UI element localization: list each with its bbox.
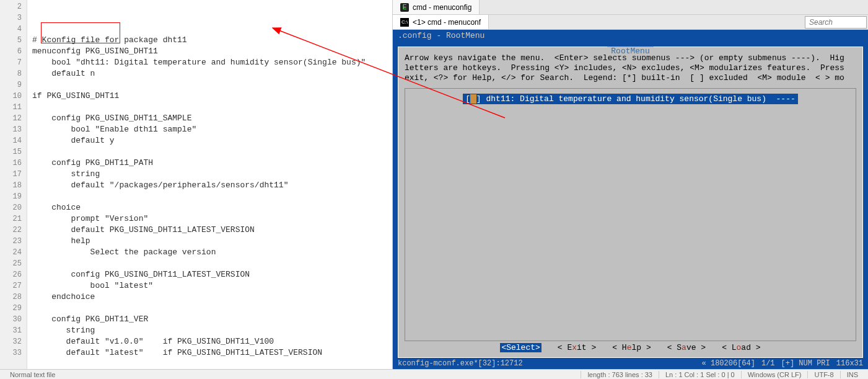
tab-bar: E cmd - menuconfig C:\ <1> cmd - menucon… bbox=[393, 0, 868, 30]
button-row: <Select> < Exit > < Help > < Save > < Lo… bbox=[398, 343, 862, 352]
line-number-gutter: 2345678910111213141516171819202122232425… bbox=[0, 0, 27, 369]
terminal-status-bar: kconfig-mconf.exe*[32]:12712 « 180206[64… bbox=[393, 358, 868, 369]
code-area[interactable]: # Kconfig file for package dht11menuconf… bbox=[27, 0, 392, 369]
editor-status-bar: Normal text file length : 763 lines : 33… bbox=[0, 369, 868, 379]
code-line[interactable] bbox=[32, 303, 392, 314]
terminal-pane: E cmd - menuconfig C:\ <1> cmd - menucon… bbox=[393, 0, 868, 369]
code-line[interactable] bbox=[32, 102, 392, 113]
eol-type: Windows (CR LF) bbox=[741, 371, 808, 378]
tab-label: cmd - menuconfig bbox=[413, 3, 471, 12]
code-line[interactable]: prompt "Version" bbox=[32, 213, 392, 225]
root-menu-box: RootMenu Arrow keys navigate the menu. <… bbox=[398, 47, 863, 358]
build-info: « 180206[64] bbox=[702, 359, 755, 368]
code-line[interactable] bbox=[32, 79, 392, 91]
code-line[interactable]: bool "Enable dth11 sample" bbox=[32, 124, 392, 135]
exit-button[interactable]: < Exit > bbox=[558, 343, 596, 352]
insert-mode: INS bbox=[840, 371, 864, 378]
search-input[interactable] bbox=[805, 16, 867, 29]
cmd-icon: C:\ bbox=[400, 18, 409, 27]
load-button[interactable]: < Load > bbox=[722, 343, 760, 352]
help-button[interactable]: < Help > bbox=[612, 343, 651, 352]
help-text: Arrow keys navigate the menu. <Enter> se… bbox=[405, 51, 856, 88]
code-line[interactable]: endchoice bbox=[32, 292, 392, 303]
code-line[interactable]: # Kconfig file for package dht11 bbox=[32, 35, 392, 46]
menuconfig-frame: RootMenu Arrow keys navigate the menu. <… bbox=[393, 42, 868, 358]
select-button[interactable]: <Select> bbox=[500, 343, 541, 352]
root-menu-title: RootMenu bbox=[398, 47, 862, 56]
code-line[interactable] bbox=[32, 258, 392, 269]
filetype: Normal text file bbox=[4, 371, 61, 378]
term-size: 116x31 bbox=[836, 359, 863, 368]
code-line[interactable]: bool "dht11: Digital temperature and hum… bbox=[32, 57, 392, 68]
code-line[interactable]: config PKG_DHT11_VER bbox=[32, 314, 392, 325]
cursor-pos: Ln : 1 Col : 1 Sel : 0 | 0 bbox=[659, 371, 741, 378]
code-line[interactable]: config PKG_USING_DHT11_LATEST_VERSION bbox=[32, 269, 392, 280]
menu-item-dht11[interactable]: [ ] dht11: Digital temperature and humid… bbox=[463, 94, 798, 104]
config-path: .config - RootMenu bbox=[393, 30, 868, 42]
code-line[interactable]: default PKG_USING_DHT11_LATEST_VERSION bbox=[32, 225, 392, 236]
menu-items-box: [ ] dht11: Digital temperature and humid… bbox=[405, 88, 856, 341]
code-line[interactable]: config PKG_USING_DHT11_SAMPLE bbox=[32, 113, 392, 124]
code-line[interactable]: Select the package version bbox=[32, 247, 392, 258]
code-line[interactable] bbox=[32, 359, 392, 370]
code-editor-pane: 2345678910111213141516171819202122232425… bbox=[0, 0, 393, 369]
process-info: kconfig-mconf.exe*[32]:12712 bbox=[398, 359, 523, 368]
encoding: UTF-8 bbox=[807, 371, 840, 378]
code-line[interactable] bbox=[32, 191, 392, 202]
code-line[interactable]: menuconfig PKG_USING_DHT11 bbox=[32, 46, 392, 57]
code-line[interactable]: bool "latest" bbox=[32, 280, 392, 292]
code-line[interactable]: config PKG_DHT11_PATH bbox=[32, 158, 392, 169]
tab-cmd-menuconfig[interactable]: E cmd - menuconfig bbox=[393, 0, 480, 14]
code-line[interactable]: default "v1.0.0" if PKG_USING_DHT11_V100 bbox=[32, 336, 392, 347]
save-button[interactable]: < Save > bbox=[667, 343, 706, 352]
line-pos: 1/1 bbox=[761, 359, 775, 368]
code-line[interactable]: if PKG_USING_DHT11 bbox=[32, 91, 392, 102]
code-line[interactable] bbox=[32, 146, 392, 158]
flags: [+] NUM PRI bbox=[781, 359, 830, 368]
code-line[interactable]: help bbox=[32, 236, 392, 247]
tab-label: <1> cmd - menuconf bbox=[413, 18, 481, 27]
console-icon: E bbox=[400, 3, 409, 12]
tab-cmd-menuconf[interactable]: C:\ <1> cmd - menuconf bbox=[393, 15, 489, 29]
length-lines: length : 763 lines : 33 bbox=[581, 371, 659, 378]
code-line[interactable]: string bbox=[32, 325, 392, 336]
code-line[interactable]: default y bbox=[32, 135, 392, 146]
code-line[interactable]: default n bbox=[32, 68, 392, 79]
code-line[interactable]: string bbox=[32, 169, 392, 180]
code-line[interactable]: default "/packages/peripherals/sensors/d… bbox=[32, 180, 392, 191]
code-line[interactable]: choice bbox=[32, 202, 392, 213]
code-line[interactable]: default "latest" if PKG_USING_DHT11_LATE… bbox=[32, 347, 392, 359]
